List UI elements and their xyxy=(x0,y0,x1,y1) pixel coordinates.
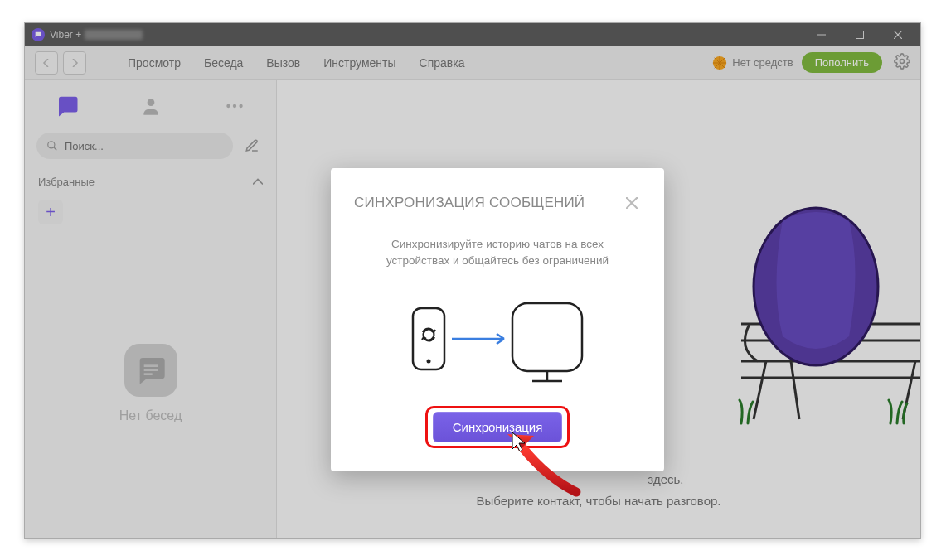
app-window: Viber + Просмотр Беседа Вызов Инструмент… xyxy=(24,22,921,539)
svg-rect-30 xyxy=(512,303,582,371)
sync-button[interactable]: Синхронизация xyxy=(433,412,563,442)
modal-illustration xyxy=(354,292,641,391)
svg-point-28 xyxy=(427,359,431,363)
annotation-highlight: Синхронизация xyxy=(425,406,570,448)
modal-title: СИНХРОНИЗАЦИЯ СООБЩЕНИЙ xyxy=(354,195,585,211)
sync-modal: СИНХРОНИЗАЦИЯ СООБЩЕНИЙ Синхронизируйте … xyxy=(331,168,664,471)
modal-description: Синхронизируйте историю чатов на всех ус… xyxy=(354,236,641,270)
modal-close-button[interactable] xyxy=(623,191,641,215)
close-icon xyxy=(626,197,638,209)
